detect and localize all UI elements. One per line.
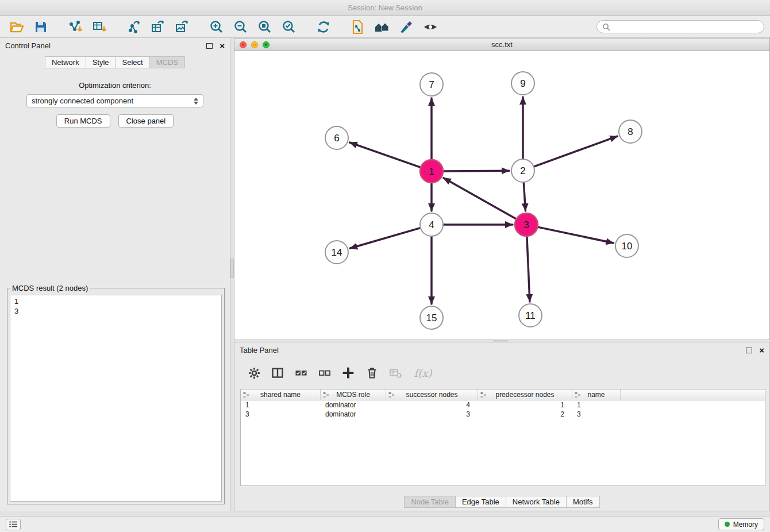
select-all-rows-button[interactable] — [294, 366, 308, 380]
graph-edge-4-14[interactable] — [350, 228, 421, 249]
table-cell: 1 — [478, 400, 572, 410]
tab-network[interactable]: Network — [45, 56, 86, 68]
export-network-icon — [126, 20, 141, 34]
table-cell: 3 — [241, 410, 321, 419]
close-mcds-panel-button[interactable]: Close panel — [118, 114, 174, 128]
column-sort-icon — [480, 392, 487, 398]
mcds-result-list[interactable]: 13 — [10, 295, 222, 502]
zoom-out-button[interactable] — [232, 18, 249, 36]
deselect-all-icon — [318, 368, 331, 378]
eye-icon — [422, 20, 438, 34]
graph-node-label: 6 — [334, 133, 339, 144]
gear-icon — [248, 367, 260, 379]
zoom-selected-icon — [282, 20, 297, 34]
close-table-panel-icon[interactable]: × — [759, 346, 764, 354]
tab-network-table[interactable]: Network Table — [506, 496, 567, 508]
show-hide-button[interactable] — [422, 18, 439, 36]
close-window-icon[interactable]: × — [240, 41, 247, 48]
graph-edge-1-2[interactable] — [443, 171, 509, 171]
combo-arrows-icon — [194, 98, 198, 105]
maximize-window-icon[interactable]: + — [263, 41, 270, 48]
save-icon — [34, 20, 48, 34]
zoom-in-button[interactable] — [208, 18, 225, 36]
tab-style[interactable]: Style — [86, 56, 116, 68]
graph-node-label: 4 — [429, 219, 434, 230]
network-view-window: × − + scc.txt 7968124310141511 — [234, 38, 770, 340]
window-title: Session: New Session — [348, 3, 422, 12]
column-sort-icon — [388, 392, 395, 398]
function-builder-button[interactable]: f(x) — [412, 366, 434, 380]
command-panel-button[interactable] — [6, 519, 21, 530]
graph-node-label: 14 — [332, 247, 342, 258]
column-sort-icon — [243, 392, 249, 398]
graph-edge-2-3[interactable] — [523, 182, 525, 211]
network-window-titlebar[interactable]: × − + scc.txt — [234, 38, 769, 51]
show-columns-button[interactable] — [271, 366, 284, 380]
table-row[interactable]: 1dominator411 — [241, 400, 765, 410]
table-cell: 1 — [241, 400, 321, 410]
export-network-button[interactable] — [125, 18, 143, 36]
open-session-button[interactable] — [8, 18, 25, 36]
tab-edge-table[interactable]: Edge Table — [455, 496, 506, 508]
delete-column-button[interactable] — [365, 366, 379, 380]
search-box[interactable] — [596, 20, 764, 33]
control-panel-title: Control Panel — [5, 41, 51, 50]
delete-table-button[interactable] — [388, 366, 402, 380]
export-table-icon — [151, 20, 165, 34]
float-panel-icon[interactable] — [206, 43, 213, 49]
column-header-predecessor-nodes[interactable]: predecessor nodes — [478, 390, 572, 400]
minimize-window-icon[interactable]: − — [251, 41, 258, 48]
run-mcds-button[interactable]: Run MCDS — [56, 114, 110, 128]
select-all-icon — [295, 368, 307, 378]
search-input[interactable] — [614, 22, 759, 31]
mcds-result-item: 3 — [14, 306, 217, 316]
memory-label: Memory — [733, 521, 758, 529]
table-panel: Table Panel × — [234, 342, 770, 511]
graph-edge-3-11[interactable] — [527, 236, 530, 302]
import-table-button[interactable] — [91, 18, 108, 36]
create-column-button[interactable] — [341, 366, 355, 380]
tab-node-table[interactable]: Node Table — [404, 496, 456, 508]
table-cell: dominator — [321, 400, 386, 410]
tab-select[interactable]: Select — [116, 56, 150, 68]
column-header-mcds-role[interactable]: MCDS role — [321, 390, 386, 400]
export-image-button[interactable] — [174, 18, 191, 36]
memory-button[interactable]: Memory — [718, 518, 764, 530]
graph-edge-2-8[interactable] — [534, 136, 618, 167]
deselect-all-rows-button[interactable] — [318, 366, 332, 380]
close-panel-icon[interactable]: × — [220, 41, 225, 50]
optimization-label: Optimization criterion: — [0, 81, 230, 90]
column-header-shared-name[interactable]: shared name — [241, 390, 321, 400]
graph-edge-1-6[interactable] — [350, 142, 421, 167]
fx-icon: f(x) — [414, 367, 432, 379]
table-panel-title: Table Panel — [240, 346, 279, 354]
first-neighbors-button[interactable] — [349, 18, 367, 36]
style-wizard-button[interactable] — [398, 18, 415, 36]
graph-edge-3-10[interactable] — [538, 227, 614, 243]
table-panel-tabs: Node TableEdge TableNetwork TableMotifs — [234, 496, 769, 508]
column-header-name[interactable]: name — [572, 390, 621, 400]
table-row[interactable]: 3dominator323 — [241, 410, 765, 419]
column-header-successor-nodes[interactable]: successor nodes — [386, 390, 478, 400]
graph-node-label: 1 — [429, 166, 434, 177]
tab-motifs[interactable]: Motifs — [566, 496, 600, 508]
export-table-button[interactable] — [149, 18, 167, 36]
zoom-fit-button[interactable] — [256, 18, 274, 36]
zoom-selected-button[interactable] — [280, 18, 298, 36]
open-recent-button[interactable] — [374, 18, 391, 36]
export-image-icon — [175, 20, 190, 34]
trash-icon — [366, 367, 378, 379]
optimization-select[interactable]: strongly connected component — [26, 94, 203, 107]
columns-icon — [271, 367, 284, 379]
table-settings-button[interactable] — [247, 366, 261, 380]
tab-mcds[interactable]: MCDS — [149, 56, 185, 68]
graph-edge-3-1[interactable] — [444, 178, 517, 219]
network-canvas[interactable]: 7968124310141511 — [234, 51, 769, 340]
import-network-button[interactable] — [67, 18, 84, 36]
refresh-layout-button[interactable] — [315, 18, 332, 36]
splitter-handle-vertical[interactable] — [230, 259, 234, 278]
save-session-button[interactable] — [32, 18, 49, 36]
titlebar: Session: New Session — [0, 0, 770, 16]
float-table-panel-icon[interactable] — [746, 348, 752, 353]
graph-node-label: 7 — [429, 79, 434, 90]
